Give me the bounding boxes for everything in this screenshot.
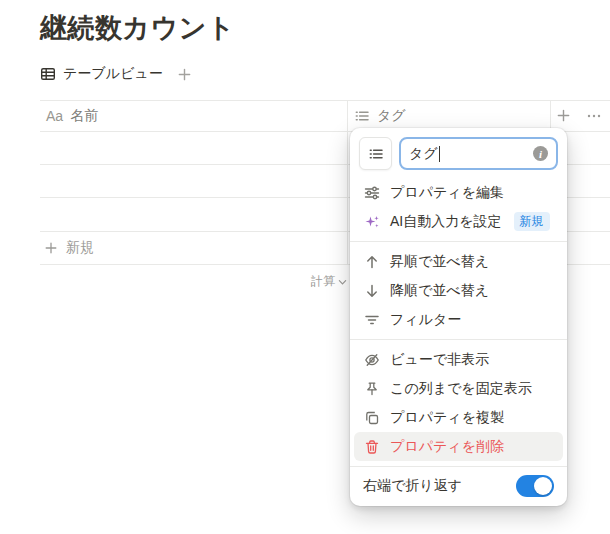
- plus-icon: [44, 241, 58, 255]
- menu-item-ai-autofill[interactable]: AI自動入力を設定 新規: [354, 207, 563, 236]
- wrap-text-label: 右端で折り返す: [363, 477, 462, 495]
- info-icon[interactable]: i: [533, 146, 548, 161]
- menu-divider: [350, 339, 567, 340]
- wrap-text-toggle[interactable]: [516, 475, 554, 497]
- property-type-button[interactable]: [359, 137, 392, 170]
- multiselect-icon: [368, 146, 384, 162]
- property-name-section: タグ i: [350, 128, 567, 178]
- menu-item-label: 降順で並べ替え: [390, 282, 489, 300]
- menu-item-freeze-columns[interactable]: この列までを固定表示: [354, 374, 563, 403]
- menu-item-filter[interactable]: フィルター: [354, 305, 563, 334]
- table-more-button[interactable]: [586, 100, 602, 131]
- property-context-menu: タグ i プロパティを編集: [350, 128, 567, 506]
- table-border-top: [40, 100, 610, 101]
- multiselect-icon: [354, 108, 370, 124]
- menu-section-3: ビューで非表示 この列までを固定表示 プロパティを複製: [350, 345, 567, 461]
- menu-item-label: プロパティを削除: [390, 438, 504, 456]
- menu-item-label: 昇順で並べ替え: [390, 253, 489, 271]
- menu-item-duplicate-property[interactable]: プロパティを複製: [354, 403, 563, 432]
- new-row-label: 新規: [66, 239, 94, 257]
- menu-item-label: プロパティを複製: [390, 409, 504, 427]
- toggle-knob: [534, 477, 552, 495]
- menu-item-label: AI自動入力を設定: [390, 213, 502, 231]
- filter-icon: [363, 312, 380, 328]
- duplicate-icon: [363, 410, 380, 426]
- arrow-down-icon: [363, 283, 380, 299]
- menu-footer: 右端で折り返す: [350, 467, 567, 506]
- column-divider: [550, 100, 551, 131]
- arrow-up-icon: [363, 254, 380, 270]
- view-tab-label: テーブルビュー: [63, 65, 163, 83]
- property-name-input[interactable]: タグ i: [399, 137, 558, 170]
- menu-item-delete-property[interactable]: プロパティを削除: [354, 432, 563, 461]
- column-header-name[interactable]: Aa 名前: [46, 100, 98, 131]
- page-title: 継続数カウント: [40, 10, 235, 46]
- ai-sparkle-icon: [363, 214, 380, 230]
- text-cursor: [439, 146, 440, 162]
- calculate-button[interactable]: 計算: [40, 266, 347, 296]
- menu-item-label: フィルター: [390, 311, 461, 329]
- sliders-icon: [363, 185, 380, 201]
- chevron-down-icon: [338, 278, 347, 287]
- table-icon: [40, 66, 56, 82]
- text-type-icon: Aa: [46, 108, 63, 124]
- calculate-label: 計算: [311, 273, 335, 290]
- trash-icon: [363, 439, 380, 455]
- menu-section-2: 昇順で並べ替え 降順で並べ替え フィルター: [350, 247, 567, 334]
- menu-item-edit-property[interactable]: プロパティを編集: [354, 178, 563, 207]
- menu-section-1: プロパティを編集 AI自動入力を設定 新規: [350, 178, 567, 236]
- column-header-tag[interactable]: タグ: [354, 100, 406, 131]
- property-name-value: タグ: [409, 145, 438, 163]
- eye-off-icon: [363, 352, 380, 368]
- tab-table-view[interactable]: テーブルビュー: [40, 65, 163, 83]
- menu-item-label: この列までを固定表示: [390, 380, 532, 398]
- pin-icon: [363, 381, 380, 397]
- column-tag-label: タグ: [377, 107, 406, 125]
- menu-item-label: ビューで非表示: [390, 351, 489, 369]
- menu-divider: [350, 241, 567, 242]
- menu-item-hide-in-view[interactable]: ビューで非表示: [354, 345, 563, 374]
- add-view-button[interactable]: [177, 67, 192, 82]
- menu-item-sort-descending[interactable]: 降順で並べ替え: [354, 276, 563, 305]
- view-bar: テーブルビュー: [40, 64, 192, 84]
- menu-item-label: プロパティを編集: [390, 184, 504, 202]
- menu-item-sort-ascending[interactable]: 昇順で並べ替え: [354, 247, 563, 276]
- add-column-button[interactable]: [556, 100, 571, 131]
- new-badge: 新規: [514, 212, 550, 231]
- column-name-label: 名前: [70, 107, 98, 125]
